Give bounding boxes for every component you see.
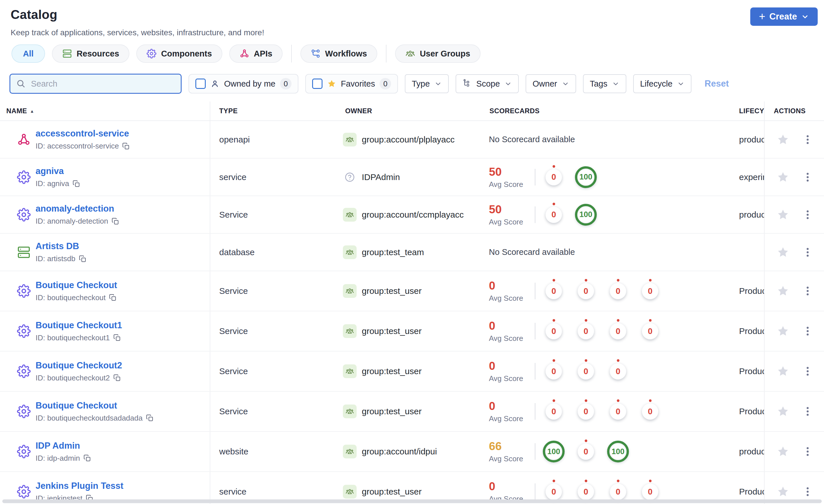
entity-name-link[interactable]: agniva: [35, 166, 64, 176]
scorecard-ring-0[interactable]: 0: [575, 400, 597, 423]
scorecard-ring-0[interactable]: 0: [575, 279, 597, 302]
scorecard-ring-0[interactable]: 0: [639, 400, 661, 423]
create-button[interactable]: + Create: [750, 7, 818, 26]
column-header-owner[interactable]: OWNER: [343, 107, 488, 115]
lifecycle-dropdown[interactable]: Lifecycle: [633, 74, 692, 93]
tab-apis[interactable]: APIs: [229, 44, 283, 63]
column-header-type[interactable]: TYPE: [210, 107, 343, 115]
scorecard-ring-0[interactable]: 0: [543, 320, 564, 343]
favorite-toggle-star-icon[interactable]: [777, 445, 789, 458]
reset-filters-link[interactable]: Reset: [705, 79, 729, 89]
scorecard-score: 0: [551, 367, 556, 376]
row-menu-kebab-icon[interactable]: [802, 171, 813, 183]
entity-name-link[interactable]: Jenkins Plugin Tesst: [35, 481, 123, 491]
copy-icon[interactable]: [113, 374, 121, 382]
scorecard-ring-0[interactable]: 0: [607, 400, 629, 423]
row-menu-kebab-icon[interactable]: [802, 406, 813, 417]
actions-cell: [764, 209, 824, 221]
scorecard-ring-0[interactable]: 0: [543, 203, 564, 226]
copy-icon[interactable]: [79, 255, 86, 263]
column-header-lifecycle[interactable]: LIFECYCLE: [735, 102, 764, 120]
favorite-toggle-star-icon[interactable]: [777, 485, 789, 498]
score-rings: 0100: [543, 166, 597, 188]
tab-user-groups[interactable]: User Groups: [395, 44, 481, 63]
tab-workflows[interactable]: Workflows: [300, 44, 377, 63]
row-menu-kebab-icon[interactable]: [802, 326, 813, 337]
entity-name-link[interactable]: Boutique Checkout: [35, 400, 117, 410]
scorecard-ring-0[interactable]: 0: [575, 440, 597, 463]
scorecard-ring-100[interactable]: 100: [543, 440, 564, 463]
owner-cell: group:test_user: [343, 364, 488, 378]
scorecard-ring-0[interactable]: 0: [607, 360, 629, 383]
scorecard-score: 0: [584, 327, 588, 336]
favorite-toggle-star-icon[interactable]: [777, 365, 789, 378]
favorite-toggle-star-icon[interactable]: [777, 246, 789, 259]
search-box[interactable]: [9, 74, 182, 94]
scorecard-ring-0[interactable]: 0: [607, 279, 629, 302]
copy-icon[interactable]: [146, 414, 153, 422]
copy-icon[interactable]: [109, 294, 116, 301]
entity-name-link[interactable]: Boutique Checkout1: [35, 320, 122, 330]
copy-icon[interactable]: [112, 218, 119, 225]
row-menu-kebab-icon[interactable]: [802, 285, 813, 297]
scorecard-ring-0[interactable]: 0: [543, 360, 564, 383]
favorites-checkbox[interactable]: [312, 79, 322, 89]
owner-dropdown[interactable]: Owner: [526, 74, 576, 93]
scorecard-ring-0[interactable]: 0: [543, 279, 564, 302]
scorecard-ring-0[interactable]: 0: [607, 320, 629, 343]
row-menu-kebab-icon[interactable]: [802, 486, 813, 497]
entity-name-block: anomaly-detection ID: anomaly-detection: [35, 204, 119, 226]
column-header-name[interactable]: NAME ▲: [0, 102, 210, 120]
scorecard-ring-100[interactable]: 100: [607, 440, 629, 463]
horizontal-scrollbar[interactable]: [2, 499, 822, 503]
scorecard-ring-0[interactable]: 0: [639, 320, 661, 343]
entity-name-link[interactable]: accesscontrol-service: [35, 128, 129, 138]
avg-score-block: 50 Avg Score: [489, 203, 532, 227]
lifecycle-value: production: [735, 135, 764, 144]
type-cell: Service: [210, 326, 343, 336]
row-menu-kebab-icon[interactable]: [802, 247, 813, 258]
type-cell: Service: [210, 366, 343, 376]
copy-icon[interactable]: [122, 142, 130, 150]
avg-score-label: Avg Score: [489, 414, 532, 423]
column-header-scorecards[interactable]: SCORECARDS: [488, 107, 735, 115]
row-menu-kebab-icon[interactable]: [802, 209, 813, 221]
favorite-toggle-star-icon[interactable]: [777, 325, 789, 338]
entity-name-link[interactable]: anomaly-detection: [35, 204, 114, 214]
favorites-filter[interactable]: Favorites 0: [305, 74, 398, 94]
scorecard-ring-100[interactable]: 100: [575, 203, 597, 226]
scorecard-ring-0[interactable]: 0: [575, 360, 597, 383]
favorite-toggle-star-icon[interactable]: [777, 133, 789, 146]
tags-dropdown[interactable]: Tags: [583, 74, 626, 93]
copy-icon[interactable]: [113, 334, 121, 342]
favorite-toggle-star-icon[interactable]: [777, 171, 789, 183]
favorite-toggle-star-icon[interactable]: [777, 405, 789, 418]
owned-by-me-checkbox[interactable]: [195, 79, 206, 89]
row-menu-kebab-icon[interactable]: [802, 134, 813, 145]
entity-name-link[interactable]: IDP Admin: [35, 440, 80, 451]
tab-resources[interactable]: Resources: [52, 44, 129, 63]
entity-name-link[interactable]: Boutique Checkout: [35, 280, 117, 290]
entity-name-link[interactable]: Boutique Checkout2: [35, 360, 122, 370]
entity-id: ID: anomaly-detection: [35, 217, 108, 226]
scorecard-ring-0[interactable]: 0: [575, 320, 597, 343]
row-menu-kebab-icon[interactable]: [802, 366, 813, 377]
favorite-toggle-star-icon[interactable]: [777, 285, 789, 297]
tab-components[interactable]: Components: [136, 44, 222, 63]
owned-by-me-filter[interactable]: Owned by me 0: [189, 74, 298, 94]
copy-icon[interactable]: [73, 180, 80, 187]
scorecard-ring-100[interactable]: 100: [575, 166, 597, 188]
favorite-toggle-star-icon[interactable]: [777, 209, 789, 221]
copy-icon[interactable]: [84, 455, 91, 462]
zero-progress-dot: [552, 279, 555, 281]
tab-all[interactable]: All: [11, 44, 45, 63]
search-input[interactable]: [31, 79, 175, 89]
type-dropdown[interactable]: Type: [405, 74, 449, 93]
scorecard-ring-0[interactable]: 0: [543, 166, 564, 188]
row-menu-kebab-icon[interactable]: [802, 446, 813, 457]
scope-dropdown[interactable]: Scope: [455, 74, 519, 93]
entity-name-link[interactable]: Artists DB: [35, 241, 79, 251]
scorecard-ring-0[interactable]: 0: [543, 400, 564, 423]
name-cell: Boutique Checkout ID: boutiquecheckoutds…: [0, 392, 210, 431]
scorecard-ring-0[interactable]: 0: [639, 279, 661, 302]
